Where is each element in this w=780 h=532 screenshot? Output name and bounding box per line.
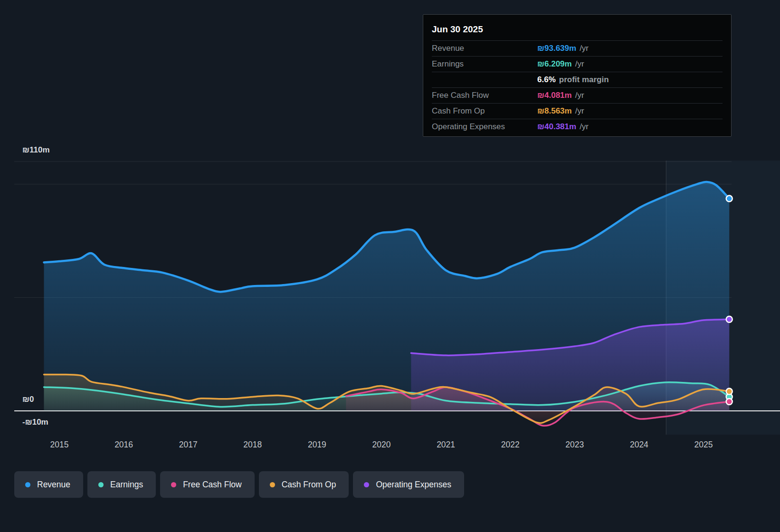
tooltip-row-value: ₪93.639m — [537, 44, 576, 53]
tooltip-date: Jun 30 2025 — [432, 20, 723, 40]
tooltip-row-label: Revenue — [432, 44, 537, 53]
x-axis-label-2015: 2015 — [38, 440, 81, 450]
operating-expenses-legend-dot-icon — [364, 482, 369, 487]
legend-item-label: Cash From Op — [282, 480, 336, 490]
tooltip-row-label: Free Cash Flow — [432, 91, 537, 100]
tooltip-row-profit-margin: 6.6%profit margin — [432, 72, 723, 87]
x-axis-label-2023: 2023 — [553, 440, 596, 450]
legend-item-revenue[interactable]: Revenue — [14, 471, 83, 498]
tooltip-row-free-cash-flow: Free Cash Flow₪4.081m/yr — [432, 87, 723, 103]
cash-from-op-end-marker — [726, 389, 732, 395]
tooltip-row-label: Operating Expenses — [432, 122, 537, 132]
y-axis-label: ₪0 — [22, 395, 34, 404]
legend: RevenueEarningsFree Cash FlowCash From O… — [14, 471, 464, 498]
free-cash-flow-legend-dot-icon — [171, 482, 176, 487]
tooltip-row-value: ₪8.563m — [537, 106, 572, 116]
y-axis-label: -₪10m — [22, 418, 48, 427]
tooltip-row-value: 6.6% — [537, 75, 556, 85]
revenue-legend-dot-icon — [25, 482, 30, 487]
tooltip-row-label: Cash From Op — [432, 106, 537, 116]
x-axis-label-2019: 2019 — [295, 440, 338, 450]
tooltip-row-revenue: Revenue₪93.639m/yr — [432, 40, 723, 56]
legend-item-operating-expenses[interactable]: Operating Expenses — [353, 471, 464, 498]
legend-item-cash-from-op[interactable]: Cash From Op — [259, 471, 349, 498]
legend-item-label: Revenue — [37, 480, 70, 490]
tooltip-row-value: ₪4.081m — [537, 91, 572, 100]
x-axis-label-2025: 2025 — [682, 440, 725, 450]
revenue-end-marker — [726, 196, 732, 202]
chart-tooltip: Jun 30 2025 Revenue₪93.639m/yrEarnings₪6… — [423, 14, 732, 137]
x-axis-label-2020: 2020 — [360, 440, 403, 450]
tooltip-row-suffix: /yr — [580, 122, 589, 132]
tooltip-row-suffix: /yr — [575, 91, 584, 100]
legend-item-label: Earnings — [110, 480, 143, 490]
cash-from-op-legend-dot-icon — [270, 482, 275, 487]
tooltip-row-suffix: /yr — [580, 44, 589, 53]
x-axis-label-2016: 2016 — [103, 440, 145, 450]
x-axis-label-2018: 2018 — [231, 440, 274, 450]
earnings-legend-dot-icon — [98, 482, 104, 487]
legend-item-free-cash-flow[interactable]: Free Cash Flow — [160, 471, 255, 498]
tooltip-row-value: ₪6.209m — [537, 59, 572, 69]
free-cash-flow-end-marker — [726, 399, 732, 405]
tooltip-row-earnings: Earnings₪6.209m/yr — [432, 56, 723, 72]
tooltip-row-operating-expenses: Operating Expenses₪40.381m/yr — [432, 119, 723, 134]
tooltip-row-cash-from-op: Cash From Op₪8.563m/yr — [432, 103, 723, 119]
x-axis-label-2021: 2021 — [425, 440, 467, 450]
operating-expenses-end-marker — [726, 316, 732, 323]
legend-item-earnings[interactable]: Earnings — [87, 471, 156, 498]
y-axis-label: ₪110m — [22, 145, 50, 155]
tooltip-row-suffix: profit margin — [559, 75, 609, 85]
tooltip-rows: Revenue₪93.639m/yrEarnings₪6.209m/yr6.6%… — [432, 40, 723, 134]
x-axis-label-2022: 2022 — [489, 440, 532, 450]
tooltip-row-value: ₪40.381m — [537, 122, 576, 132]
stock-financials-chart-app: Jun 30 2025 Revenue₪93.639m/yrEarnings₪6… — [0, 0, 780, 532]
x-axis-label-2024: 2024 — [618, 440, 660, 450]
legend-item-label: Free Cash Flow — [183, 480, 242, 490]
tooltip-row-label: Earnings — [432, 59, 537, 69]
tooltip-row-suffix: /yr — [575, 59, 584, 69]
legend-item-label: Operating Expenses — [376, 480, 451, 490]
tooltip-row-suffix: /yr — [575, 106, 584, 116]
x-axis-label-2017: 2017 — [167, 440, 209, 450]
